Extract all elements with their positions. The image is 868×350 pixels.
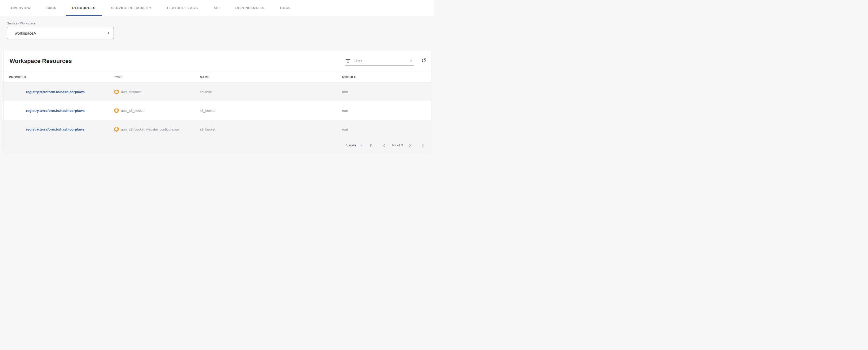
- provider-cell: registry.terraform.io/hashicorp/aws: [4, 127, 114, 131]
- type-cell: aws_s3_bucket_website_configuration: [114, 127, 200, 132]
- table-row: registry.terraform.io/hashicorp/aws aws_…: [4, 82, 431, 101]
- column-header-module: MODULE: [342, 76, 431, 79]
- filter-icon: [346, 59, 350, 63]
- previous-page-icon[interactable]: [381, 143, 387, 148]
- first-page-icon[interactable]: [369, 143, 374, 148]
- rows-per-page-select[interactable]: 5 rows ▼: [346, 143, 362, 147]
- table-pagination: 5 rows ▼ 1-3 of 3: [4, 139, 431, 152]
- workspace-resources-card: Workspace Resources × ↺ PROVIDER TYPE NA…: [4, 51, 431, 152]
- provider-cell: registry.terraform.io/hashicorp/aws: [4, 90, 114, 94]
- provider-link[interactable]: registry.terraform.io/hashicorp/aws: [26, 109, 85, 113]
- workspace-select[interactable]: workspaceA ▼: [7, 27, 114, 39]
- workspace-selector-label: Service / Workspace: [7, 22, 434, 25]
- table-row: registry.terraform.io/hashicorp/aws aws_…: [4, 120, 431, 139]
- clear-filter-icon[interactable]: ×: [408, 59, 413, 64]
- tab-cicd[interactable]: CI/CD: [38, 0, 64, 16]
- chevron-down-icon: ▼: [360, 144, 362, 147]
- table-header-row: PROVIDER TYPE NAME MODULE: [4, 72, 431, 82]
- type-cell: aws_instance: [114, 89, 200, 94]
- resource-type: aws_s3_bucket_website_configuration: [121, 127, 179, 131]
- workspace-select-value: workspaceA: [15, 31, 36, 35]
- tab-overview[interactable]: OVERVIEW: [3, 0, 38, 16]
- tab-feature-flags[interactable]: FEATURE FLAGS: [159, 0, 206, 16]
- tab-docs[interactable]: DOCS: [272, 0, 299, 16]
- card-title: Workspace Resources: [10, 58, 72, 64]
- resource-type: aws_instance: [121, 90, 142, 94]
- rows-per-page-value: 5 rows: [346, 143, 356, 147]
- name-cell: ec2test1: [200, 90, 342, 94]
- chevron-down-icon: ▼: [107, 32, 110, 34]
- provider-link[interactable]: registry.terraform.io/hashicorp/aws: [26, 127, 85, 131]
- tab-service-reliability[interactable]: SERVICE RELIABILITY: [103, 0, 159, 16]
- provider-link[interactable]: registry.terraform.io/hashicorp/aws: [26, 90, 85, 94]
- aws-provider-icon: [114, 127, 119, 132]
- column-header-provider: PROVIDER: [4, 76, 114, 79]
- tab-resources[interactable]: RESOURCES: [64, 0, 103, 16]
- aws-provider-icon: [114, 108, 119, 113]
- name-cell: s3_bucket: [200, 127, 342, 131]
- resource-type: aws_s3_bucket: [121, 109, 145, 113]
- card-header: Workspace Resources × ↺: [4, 51, 431, 72]
- next-page-icon[interactable]: [407, 143, 413, 148]
- filter-input[interactable]: [353, 59, 408, 63]
- pagination-range-label: 1-3 of 3: [392, 143, 403, 147]
- type-cell: aws_s3_bucket: [114, 108, 200, 113]
- provider-cell: registry.terraform.io/hashicorp/aws: [4, 109, 114, 113]
- aws-provider-icon: [114, 89, 119, 94]
- tab-api[interactable]: API: [206, 0, 228, 16]
- column-header-name: NAME: [200, 76, 342, 79]
- table-body: registry.terraform.io/hashicorp/aws aws_…: [4, 82, 431, 139]
- table-row: registry.terraform.io/hashicorp/aws aws_…: [4, 101, 431, 120]
- module-cell: root: [342, 90, 431, 94]
- entity-tab-bar: OVERVIEW CI/CD RESOURCES SERVICE RELIABI…: [0, 0, 434, 16]
- module-cell: root: [342, 127, 431, 131]
- filter-field[interactable]: ×: [345, 57, 414, 65]
- tab-dependencies[interactable]: DEPENDENCIES: [228, 0, 272, 16]
- name-cell: s3_bucket: [200, 109, 342, 113]
- module-cell: root: [342, 109, 431, 113]
- last-page-icon[interactable]: [420, 143, 426, 148]
- column-header-type: TYPE: [114, 76, 200, 79]
- workspace-selector-section: Service / Workspace workspaceA ▼: [0, 16, 434, 39]
- refresh-icon[interactable]: ↺: [421, 57, 427, 64]
